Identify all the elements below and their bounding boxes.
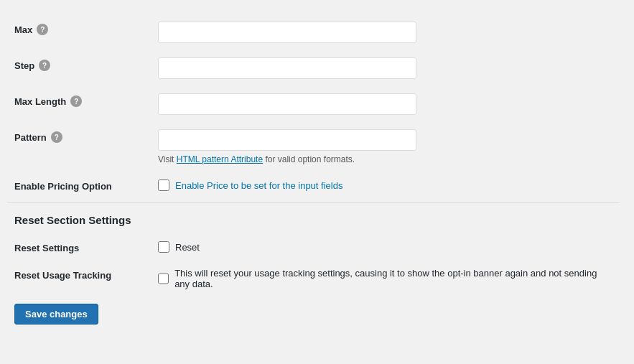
max-length-input[interactable] (158, 93, 416, 115)
cell-pattern: Visit HTML pattern Attribute for valid o… (151, 122, 620, 172)
reset-settings-checkbox-row: Reset (158, 241, 612, 253)
label-enable-pricing: Enable Pricing Option (7, 172, 151, 199)
label-max-text: Max (14, 24, 32, 35)
help-icon-pattern[interactable]: ? (51, 131, 62, 143)
cell-reset-settings: Reset (151, 233, 620, 261)
help-icon-step[interactable]: ? (39, 60, 50, 71)
label-reset-settings: Reset Settings (7, 233, 151, 261)
pattern-note-suffix: for valid option formats. (263, 154, 355, 164)
label-step: Step ? (7, 50, 151, 86)
save-button-row: Save changes (7, 297, 620, 332)
enable-pricing-checkbox[interactable] (158, 179, 169, 191)
row-enable-pricing: Enable Pricing Option Enable Price to be… (7, 172, 620, 199)
step-input[interactable] (158, 57, 416, 79)
cell-enable-pricing: Enable Price to be set for the input fie… (151, 172, 620, 199)
row-step: Step ? (7, 50, 620, 86)
reset-form-table: Reset Settings Reset Reset Usage Trackin… (7, 233, 620, 297)
max-input[interactable] (158, 22, 416, 43)
help-icon-max[interactable]: ? (37, 24, 48, 35)
row-pattern: Pattern ? Visit HTML pattern Attribute f… (7, 122, 620, 172)
reset-settings-checkbox[interactable] (158, 241, 169, 253)
reset-usage-checkbox-row: This will reset your usage tracking sett… (158, 268, 612, 289)
label-reset-usage: Reset Usage Tracking (7, 261, 151, 297)
label-pattern: Pattern ? (7, 122, 151, 172)
pattern-note: Visit HTML pattern Attribute for valid o… (158, 154, 612, 164)
row-max: Max ? (7, 14, 620, 50)
pattern-note-prefix: Visit (158, 154, 177, 164)
row-reset-settings: Reset Settings Reset (7, 233, 620, 261)
cell-max (151, 14, 620, 50)
pattern-attribute-link[interactable]: HTML pattern Attribute (177, 154, 263, 164)
save-changes-button[interactable]: Save changes (14, 304, 98, 325)
reset-section-heading: Reset Section Settings (7, 202, 620, 233)
label-max-length: Max Length ? (7, 86, 151, 122)
cell-step (151, 50, 620, 86)
label-max: Max ? (7, 14, 151, 50)
label-max-length-text: Max Length (14, 96, 66, 107)
label-step-text: Step (14, 60, 34, 71)
label-reset-usage-text: Reset Usage Tracking (14, 270, 111, 281)
cell-reset-usage: This will reset your usage tracking sett… (151, 261, 620, 297)
label-enable-pricing-text: Enable Pricing Option (14, 181, 112, 192)
enable-pricing-checkbox-row: Enable Price to be set for the input fie… (158, 179, 612, 191)
row-max-length: Max Length ? (7, 86, 620, 122)
help-icon-max-length[interactable]: ? (70, 95, 82, 107)
enable-pricing-label: Enable Price to be set for the input fie… (175, 180, 342, 191)
label-pattern-text: Pattern (14, 132, 47, 143)
cell-max-length (151, 86, 620, 122)
form-table: Max ? Step ? (7, 14, 620, 199)
reset-usage-label: This will reset your usage tracking sett… (174, 268, 612, 289)
page-container: Max ? Step ? (0, 0, 634, 346)
reset-usage-checkbox[interactable] (158, 273, 169, 284)
reset-settings-label: Reset (175, 242, 200, 253)
row-reset-usage: Reset Usage Tracking This will reset you… (7, 261, 620, 297)
label-reset-settings-text: Reset Settings (14, 243, 79, 253)
pattern-input[interactable] (158, 129, 416, 151)
